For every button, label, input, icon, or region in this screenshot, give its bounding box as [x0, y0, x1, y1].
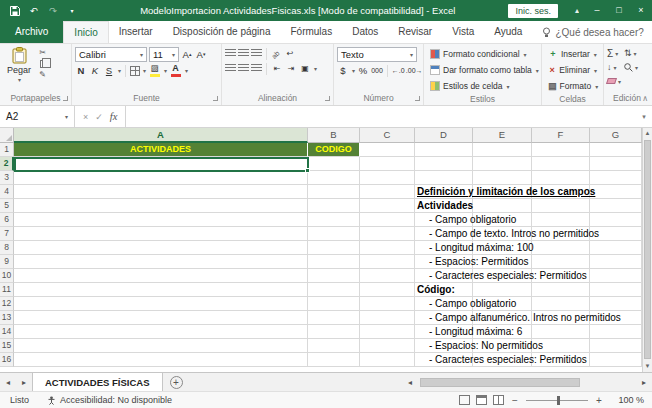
cell-D4[interactable] [415, 185, 473, 199]
row-header-6[interactable]: 6 [0, 213, 14, 227]
cell-G13[interactable] [590, 311, 642, 325]
minimize-button[interactable]: – [586, 0, 608, 21]
fill-button[interactable]: ↓▾ [607, 61, 621, 73]
new-sheet-button[interactable]: + [170, 376, 183, 389]
cell-F10[interactable] [532, 269, 590, 283]
zoom-slider[interactable] [526, 400, 588, 401]
column-header-E[interactable]: E [473, 128, 532, 143]
cell-B8[interactable] [308, 241, 360, 255]
row-header-12[interactable]: 12 [0, 297, 14, 311]
cell-A15[interactable] [14, 339, 308, 353]
copy-icon[interactable] [40, 60, 47, 68]
style-button-dar-formato-como-tabla[interactable]: Dar formato como tabla▾ [427, 63, 538, 77]
cell-F16[interactable] [532, 353, 590, 367]
cell-B7[interactable] [308, 227, 360, 241]
cell-D7[interactable] [415, 227, 473, 241]
decrease-indent-icon[interactable]: ⇤ [271, 62, 283, 75]
cell-E4[interactable] [473, 185, 532, 199]
collapse-ribbon-icon[interactable]: ∧ [642, 94, 648, 103]
tab-archivo[interactable]: Archivo [0, 21, 63, 43]
cell-C11[interactable] [360, 283, 415, 297]
insert-function-icon[interactable]: fx [110, 111, 118, 122]
horizontal-scrollbar[interactable]: ◂ ▸ [402, 377, 652, 388]
cell-A9[interactable] [14, 255, 308, 269]
cells-button-eliminar[interactable]: ×Eliminar▾ [545, 63, 600, 77]
cell-A10[interactable] [14, 269, 308, 283]
zoom-slider-knob[interactable] [557, 396, 560, 405]
cell-C2[interactable] [360, 157, 415, 171]
row-header-16[interactable]: 16 [0, 353, 14, 367]
cell-C3[interactable] [360, 171, 415, 185]
cell-E13[interactable] [473, 311, 532, 325]
clear-button[interactable]: ▾ [607, 75, 621, 87]
cell-B16[interactable] [308, 353, 360, 367]
formula-bar-expand-icon[interactable]: ▾ [636, 106, 652, 127]
accessibility-status[interactable]: Accesibilidad: No disponible [39, 395, 180, 405]
cell-E3[interactable] [473, 171, 532, 185]
comma-style-button[interactable]: 000 [371, 64, 383, 77]
align-left-icon[interactable] [225, 64, 236, 73]
cell-A16[interactable] [14, 353, 308, 367]
cell-B13[interactable] [308, 311, 360, 325]
cell-F5[interactable] [532, 199, 590, 213]
cell-A13[interactable] [14, 311, 308, 325]
zoom-level[interactable]: 100 % [610, 395, 644, 405]
cell-B4[interactable] [308, 185, 360, 199]
save-icon[interactable] [9, 5, 21, 17]
cell-A6[interactable] [14, 213, 308, 227]
cell-G7[interactable] [590, 227, 642, 241]
percent-style-button[interactable]: % [357, 64, 369, 77]
fill-color-button[interactable]: ▨ [148, 64, 161, 77]
cell-A3[interactable] [14, 171, 308, 185]
close-button[interactable]: × [630, 0, 652, 21]
dialog-launcher-icon[interactable] [63, 96, 68, 101]
cell-E8[interactable] [473, 241, 532, 255]
cells-button-formato[interactable]: ▤Formato▾ [545, 79, 600, 93]
cell-E5[interactable] [473, 199, 532, 213]
cell-B2[interactable] [308, 157, 360, 171]
cell-D12[interactable] [415, 297, 473, 311]
cell-D2[interactable] [415, 157, 473, 171]
cell-G11[interactable] [590, 283, 642, 297]
vertical-scrollbar[interactable]: ▲ ▼ [642, 128, 652, 372]
column-header-F[interactable]: F [532, 128, 590, 143]
increase-indent-icon[interactable]: ⇥ [285, 62, 297, 75]
cell-F2[interactable] [532, 157, 590, 171]
cell-E11[interactable] [473, 283, 532, 297]
ribbon-display-options-icon[interactable]: ▴ [568, 6, 586, 15]
format-painter-icon[interactable]: ✎ [38, 71, 47, 79]
row-header-1[interactable]: 1 [0, 143, 14, 157]
select-all-corner[interactable] [0, 128, 14, 143]
cell-F14[interactable] [532, 325, 590, 339]
accounting-format-button[interactable]: $ [337, 64, 349, 77]
tab-ayuda[interactable]: Ayuda [484, 21, 532, 43]
cut-icon[interactable]: ✂ [38, 49, 47, 57]
cell-E2[interactable] [473, 157, 532, 171]
align-center-icon[interactable] [238, 64, 249, 73]
cell-E10[interactable] [473, 269, 532, 283]
cell-F6[interactable] [532, 213, 590, 227]
cell-B10[interactable] [308, 269, 360, 283]
dialog-launcher-icon[interactable] [325, 96, 330, 101]
cell-C4[interactable] [360, 185, 415, 199]
column-header-D[interactable]: D [415, 128, 473, 143]
align-bottom-icon[interactable] [251, 49, 262, 58]
redo-icon[interactable]: ↷ [47, 5, 59, 17]
cell-B9[interactable] [308, 255, 360, 269]
cell-G15[interactable] [590, 339, 642, 353]
row-header-3[interactable]: 3 [0, 171, 14, 185]
row-header-4[interactable]: 4 [0, 185, 14, 199]
font-name-select[interactable]: Calibri▾ [75, 47, 147, 62]
cell-D1[interactable] [415, 143, 473, 157]
cell-A12[interactable] [14, 297, 308, 311]
tab-vista[interactable]: Vista [442, 21, 484, 43]
cell-D9[interactable] [415, 255, 473, 269]
cell-G4[interactable] [590, 185, 642, 199]
cell-C9[interactable] [360, 255, 415, 269]
tab-formulas[interactable]: Fórmulas [280, 21, 342, 43]
cell-A8[interactable] [14, 241, 308, 255]
zoom-in-button[interactable]: + [594, 395, 604, 406]
number-format-select[interactable]: Texto▾ [337, 47, 417, 62]
cell-C10[interactable] [360, 269, 415, 283]
cell-A4[interactable] [14, 185, 308, 199]
